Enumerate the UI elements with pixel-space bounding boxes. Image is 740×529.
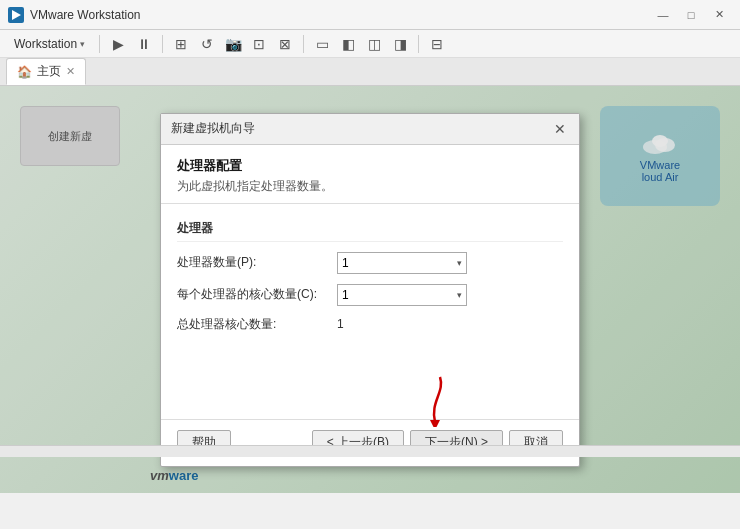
svg-marker-5 — [430, 420, 440, 427]
dialog-spacer — [161, 359, 579, 419]
tab-bar: 🏠 主页 ✕ — [0, 58, 740, 86]
title-bar-text: VMware Workstation — [30, 8, 644, 22]
processor-count-value: 1 — [342, 256, 349, 270]
dialog-title-bar: 新建虚拟机向导 ✕ — [161, 114, 579, 145]
tab-home[interactable]: 🏠 主页 ✕ — [6, 58, 86, 85]
toolbar-settings[interactable]: ⊟ — [425, 33, 449, 55]
processor-count-control: 1 ▾ — [337, 252, 563, 274]
processor-count-row: 处理器数量(P): 1 ▾ — [177, 252, 563, 274]
home-icon: 🏠 — [17, 65, 32, 79]
cores-per-processor-label: 每个处理器的核心数量(C): — [177, 286, 337, 303]
toolbar-play[interactable]: ▶ — [106, 33, 130, 55]
toolbar-separator-4 — [418, 35, 419, 53]
total-cores-label: 总处理器核心数量: — [177, 316, 337, 333]
dialog-header-title: 处理器配置 — [177, 157, 563, 175]
new-vm-wizard-dialog: 新建虚拟机向导 ✕ 处理器配置 为此虚拟机指定处理器数量。 处理器 处理器数量(… — [160, 113, 580, 467]
cores-per-processor-arrow: ▾ — [457, 290, 462, 300]
total-cores-control: 1 — [337, 317, 563, 331]
tab-close-button[interactable]: ✕ — [66, 65, 75, 78]
menu-dropdown-arrow: ▾ — [80, 39, 85, 49]
dialog-footer: 帮助 < 上一步(B) 下一步(N) > 取消 — [161, 419, 579, 466]
total-cores-row: 总处理器核心数量: 1 — [177, 316, 563, 333]
tab-home-label: 主页 — [37, 63, 61, 80]
dialog-close-button[interactable]: ✕ — [551, 120, 569, 138]
close-button[interactable]: ✕ — [706, 5, 732, 25]
toolbar-edit[interactable]: ⊠ — [273, 33, 297, 55]
processor-count-arrow: ▾ — [457, 258, 462, 268]
toolbar-view1[interactable]: ▭ — [310, 33, 334, 55]
cores-per-processor-select[interactable]: 1 ▾ — [337, 284, 467, 306]
total-cores-value: 1 — [337, 317, 344, 331]
main-content: 创建新虚 VMware loud Air vmware 新建虚拟机向导 — [0, 86, 740, 493]
dialog-body: 处理器 处理器数量(P): 1 ▾ 每个处理器的核心数量(C): — [161, 204, 579, 359]
app-icon — [8, 7, 24, 23]
toolbar-refresh[interactable]: ↺ — [195, 33, 219, 55]
horizontal-scrollbar[interactable] — [0, 445, 740, 457]
toolbar-pause[interactable]: ⏸ — [132, 33, 156, 55]
title-bar: VMware Workstation — □ ✕ — [0, 0, 740, 30]
toolbar-separator-2 — [162, 35, 163, 53]
section-label: 处理器 — [177, 220, 563, 242]
minimize-button[interactable]: — — [650, 5, 676, 25]
toolbar-snapshot[interactable]: 📷 — [221, 33, 245, 55]
toolbar-separator-1 — [99, 35, 100, 53]
cores-per-processor-row: 每个处理器的核心数量(C): 1 ▾ — [177, 284, 563, 306]
toolbar-view3[interactable]: ◫ — [362, 33, 386, 55]
processor-count-label: 处理器数量(P): — [177, 254, 337, 271]
dialog-header-subtitle: 为此虚拟机指定处理器数量。 — [177, 178, 563, 195]
toolbar-new-vm[interactable]: ⊞ — [169, 33, 193, 55]
menu-bar: Workstation ▾ ▶ ⏸ ⊞ ↺ 📷 ⊡ ⊠ ▭ ◧ ◫ ◨ ⊟ — [0, 30, 740, 58]
workstation-menu[interactable]: Workstation ▾ — [6, 34, 93, 54]
maximize-button[interactable]: □ — [678, 5, 704, 25]
toolbar-clone[interactable]: ⊡ — [247, 33, 271, 55]
toolbar-view4[interactable]: ◨ — [388, 33, 412, 55]
cores-per-processor-control: 1 ▾ — [337, 284, 563, 306]
processor-count-select[interactable]: 1 ▾ — [337, 252, 467, 274]
workstation-label: Workstation — [14, 37, 77, 51]
cores-per-processor-value: 1 — [342, 288, 349, 302]
toolbar-view2[interactable]: ◧ — [336, 33, 360, 55]
toolbar-separator-3 — [303, 35, 304, 53]
window-controls: — □ ✕ — [650, 5, 732, 25]
dialog-title-text: 新建虚拟机向导 — [171, 120, 255, 137]
dialog-overlay: 新建虚拟机向导 ✕ 处理器配置 为此虚拟机指定处理器数量。 处理器 处理器数量(… — [0, 86, 740, 493]
dialog-header: 处理器配置 为此虚拟机指定处理器数量。 — [161, 145, 579, 204]
